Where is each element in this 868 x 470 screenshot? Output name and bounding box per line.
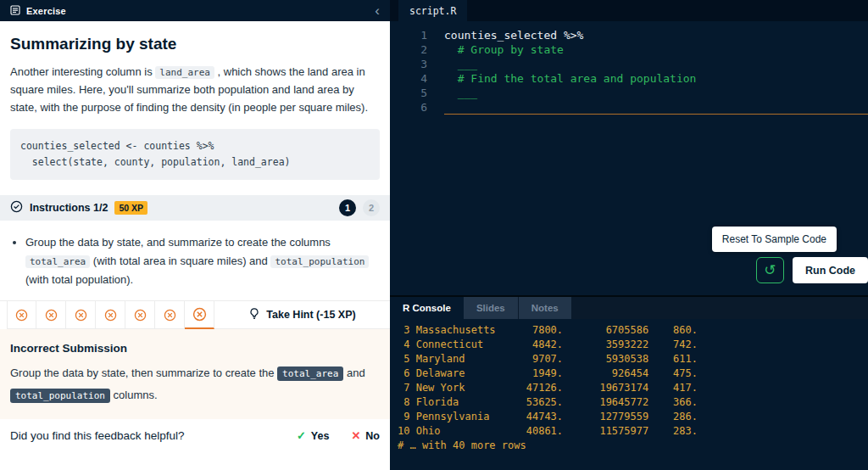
attempt-tab-2[interactable] xyxy=(36,301,66,329)
editor-line: 3 ___ xyxy=(390,57,868,71)
step-2-indicator[interactable]: 2 xyxy=(363,199,380,216)
exercise-description: Summarizing by state Another interesting… xyxy=(0,21,390,180)
line-number: 1 xyxy=(390,28,427,42)
line-number: 2 xyxy=(390,42,427,57)
feedback-section: Incorrect Submission Group the data by s… xyxy=(0,329,390,419)
attempt-tab-7-active[interactable] xyxy=(185,301,214,329)
feedback-helpful-row: Did you find this feedback helpful? ✓ Ye… xyxy=(0,419,390,452)
exercise-intro-text: Another interesting column is land_area … xyxy=(10,63,380,116)
instructions-bar: Instructions 1/2 50 XP 1 2 xyxy=(0,195,390,221)
code-blank-placeholder: ___ xyxy=(444,86,868,100)
attempt-tab-5[interactable] xyxy=(125,301,155,329)
instructions-label: Instructions 1/2 xyxy=(30,202,108,214)
take-hint-label: Take Hint (-15 XP) xyxy=(266,309,355,321)
failed-attempt-icon xyxy=(164,309,176,322)
feedback-yes-button[interactable]: ✓ Yes xyxy=(297,429,329,442)
exercise-title: Summarizing by state xyxy=(10,35,380,53)
exercise-icon xyxy=(10,3,20,19)
console-line: 5 Maryland 9707. 5930538 611. xyxy=(398,352,868,366)
collapse-panel-button[interactable]: ‹ xyxy=(375,3,380,18)
editor-actions: ↺ Run Code xyxy=(756,257,868,283)
editor-tab-bar: script.R xyxy=(390,0,868,21)
console-line: 8 Florida 53625. 19645772 366. xyxy=(398,395,868,410)
reset-icon: ↺ xyxy=(764,261,776,279)
x-icon: ✕ xyxy=(351,429,360,442)
check-icon: ✓ xyxy=(297,429,306,442)
code-comment: # Find the total area and population xyxy=(444,71,868,86)
console-line: # … with 40 more rows xyxy=(398,439,868,453)
attempt-tab-4[interactable] xyxy=(96,301,125,329)
tab-r-console[interactable]: R Console xyxy=(390,297,464,319)
console-line: 6 Delaware 1949. 926454 475. xyxy=(398,366,868,381)
instructions-check-icon xyxy=(10,200,23,216)
exercise-panel-header: Exercise ‹ xyxy=(0,0,390,21)
code-blank-placeholder: ___ xyxy=(444,57,868,71)
instruction-item: Group the data by state, and summarize t… xyxy=(25,233,380,289)
console-output[interactable]: 2 Rhode Island 1034. 1053661 1019. 3 Mas… xyxy=(390,319,868,470)
xp-badge: 50 XP xyxy=(114,201,147,215)
attempt-tab-1[interactable] xyxy=(7,301,36,329)
line-number: 5 xyxy=(390,86,427,100)
line-number: 6 xyxy=(390,100,427,115)
failed-attempt-icon xyxy=(45,309,58,322)
line-number: 4 xyxy=(390,71,427,86)
feedback-text: Group the data by state, then summarize … xyxy=(10,362,380,406)
feedback-code-total-population: total_population xyxy=(10,389,110,403)
exercise-panel: Exercise ‹ Summarizing by state Another … xyxy=(0,0,390,470)
console-line: 3 Massachusetts 7800. 6705586 860. xyxy=(398,323,868,338)
step-1-indicator[interactable]: 1 xyxy=(339,199,356,216)
attempt-tab-3[interactable] xyxy=(66,301,96,329)
failed-attempt-icon xyxy=(192,307,207,322)
failed-attempt-icon xyxy=(104,309,117,322)
attempts-row: Take Hint (-15 XP) xyxy=(0,300,390,329)
failed-attempt-icon xyxy=(134,309,147,322)
editor-line: 1 counties_selected %>% xyxy=(390,28,868,42)
code-text: counties_selected %>% xyxy=(444,28,868,42)
run-code-button[interactable]: Run Code xyxy=(793,257,868,283)
editor-line: 2 # Group by state xyxy=(390,42,868,57)
editor-line: 4 # Find the total area and population xyxy=(390,71,868,86)
sample-code-block: counties_selected <- counties %>% select… xyxy=(10,129,380,180)
editor-line: 6 xyxy=(390,100,868,115)
tab-script-r[interactable]: script.R xyxy=(398,0,467,21)
lightbulb-icon xyxy=(248,307,260,323)
code-workspace: script.R 1 counties_selected %>% 2 # Gro… xyxy=(390,0,868,470)
attempt-tab-6[interactable] xyxy=(155,301,185,329)
console-line: 9 Pennsylvania 44743. 12779559 286. xyxy=(398,410,868,424)
feedback-code-total-area: total_area xyxy=(277,366,343,381)
feedback-vote-buttons: ✓ Yes ✕ No xyxy=(297,429,380,442)
code-text xyxy=(444,100,868,115)
failed-attempt-icon xyxy=(15,309,28,322)
reset-tooltip: Reset To Sample Code xyxy=(712,227,837,252)
inline-code-total-population: total_population xyxy=(270,255,369,268)
feedback-title: Incorrect Submission xyxy=(10,342,380,355)
code-editor[interactable]: 1 counties_selected %>% 2 # Group by sta… xyxy=(390,21,868,295)
exercise-panel-body: Summarizing by state Another interesting… xyxy=(0,21,390,470)
panel-title: Exercise xyxy=(26,6,66,16)
console-line: 7 New York 47126. 19673174 417. xyxy=(398,381,868,395)
inline-code-total-area: total_area xyxy=(25,255,90,268)
tab-slides[interactable]: Slides xyxy=(464,297,519,319)
feedback-no-button[interactable]: ✕ No xyxy=(351,429,380,442)
take-hint-button[interactable]: Take Hint (-15 XP) xyxy=(214,301,390,329)
instruction-steps: 1 2 xyxy=(339,199,380,216)
failed-attempt-icon xyxy=(75,309,87,322)
code-comment: # Group by state xyxy=(444,42,868,57)
feedback-helpful-question: Did you find this feedback helpful? xyxy=(10,429,185,442)
inline-code-land-area: land_area xyxy=(155,66,214,79)
line-number: 3 xyxy=(390,57,427,71)
tab-notes[interactable]: Notes xyxy=(519,297,572,319)
editor-line: 5 ___ xyxy=(390,86,868,100)
reset-code-button[interactable]: ↺ xyxy=(756,257,784,283)
console-line: 4 Connecticut 4842. 3593222 742. xyxy=(398,338,868,352)
console-line: 10 Ohio 40861. 11575977 283. xyxy=(398,424,868,439)
console-tab-bar: R Console Slides Notes xyxy=(390,297,868,319)
console-panel: R Console Slides Notes 2 Rhode Island 10… xyxy=(390,295,868,470)
instructions-content: Group the data by state, and summarize t… xyxy=(0,221,390,300)
